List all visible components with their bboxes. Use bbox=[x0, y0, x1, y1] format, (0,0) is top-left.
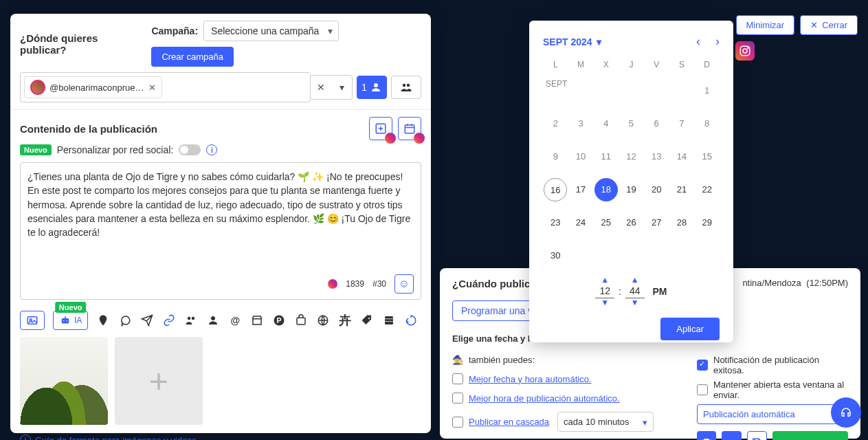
calendar-day[interactable]: 1 bbox=[695, 79, 719, 102]
create-campaign-button[interactable]: Crear campaña bbox=[151, 47, 234, 67]
package-icon[interactable] bbox=[294, 314, 308, 327]
calendar-day[interactable]: 16 bbox=[544, 178, 567, 201]
close-button[interactable]: ✕ Cerrar bbox=[800, 15, 858, 35]
prev-month-button[interactable]: ‹ bbox=[696, 34, 700, 49]
account-dropdown-button[interactable]: ▾ bbox=[331, 76, 352, 99]
calendar-day[interactable]: 5 bbox=[619, 112, 643, 135]
info-icon[interactable]: i bbox=[206, 144, 217, 155]
calendar-day[interactable]: 3 bbox=[569, 112, 592, 135]
calendar-day[interactable]: 24 bbox=[569, 211, 592, 234]
send-icon[interactable] bbox=[140, 314, 154, 327]
confirm-button[interactable] bbox=[722, 431, 741, 440]
location-icon[interactable] bbox=[96, 314, 110, 327]
calendar-day[interactable]: 29 bbox=[695, 211, 719, 234]
calendar-day[interactable]: 14 bbox=[670, 145, 693, 168]
ampm-toggle[interactable]: PM bbox=[653, 286, 667, 297]
save-draft-button[interactable] bbox=[747, 431, 767, 440]
next-month-button[interactable]: › bbox=[715, 34, 720, 49]
calendar-day[interactable]: 15 bbox=[695, 145, 719, 168]
mention-icon[interactable]: @ bbox=[228, 314, 242, 327]
calendar-day[interactable]: 9 bbox=[544, 145, 567, 168]
keep-open-checkbox[interactable] bbox=[697, 384, 708, 395]
calendar-day[interactable]: 19 bbox=[619, 178, 643, 201]
undo-icon[interactable] bbox=[404, 314, 418, 327]
emoji-picker-button[interactable]: ☺ bbox=[394, 274, 414, 294]
calendar-day[interactable]: 2 bbox=[544, 112, 567, 135]
notify-success-checkbox[interactable] bbox=[697, 360, 708, 371]
minute-down-button[interactable]: ▼ bbox=[631, 298, 639, 307]
calendar-day[interactable]: 25 bbox=[594, 211, 618, 234]
best-time-link[interactable]: Mejor hora de publicación automático. bbox=[469, 393, 620, 404]
compose-toolbar: Nuevo IA @ P 卉 bbox=[10, 307, 431, 334]
svg-text:P: P bbox=[277, 316, 282, 324]
account-chip[interactable]: @bolenarimaconprue… ✕ bbox=[24, 76, 162, 98]
check-icon bbox=[726, 437, 738, 440]
cascade-link[interactable]: Publicar en cascada bbox=[469, 417, 549, 427]
media-picker-button[interactable] bbox=[20, 311, 45, 330]
group-tool-icon[interactable] bbox=[184, 314, 198, 327]
cascade-checkbox[interactable] bbox=[452, 417, 463, 428]
calendar-day[interactable]: 11 bbox=[594, 145, 618, 168]
calendar-day[interactable]: 28 bbox=[670, 211, 693, 234]
calendar-day[interactable]: 4 bbox=[594, 112, 618, 135]
calendar-day[interactable]: 7 bbox=[670, 112, 693, 135]
calendar-day[interactable]: 13 bbox=[645, 145, 668, 168]
clear-accounts-button[interactable]: ✕ bbox=[311, 76, 331, 99]
headline-icon[interactable]: 卉 bbox=[338, 314, 352, 327]
hour-input[interactable]: 12 bbox=[595, 284, 614, 298]
format-guide-link[interactable]: i Guía de formato para imágenes y videos bbox=[10, 428, 431, 440]
ai-button[interactable]: Nuevo IA bbox=[53, 311, 88, 330]
account-count-button[interactable]: 1 bbox=[357, 76, 387, 99]
calendar-day[interactable]: 10 bbox=[569, 145, 592, 168]
calendar-day[interactable]: 23 bbox=[544, 211, 567, 234]
calendar-day[interactable]: 21 bbox=[670, 178, 693, 201]
cascade-interval-select[interactable]: cada 10 minutos bbox=[557, 412, 654, 432]
post-textarea[interactable]: ¿Tienes una planta de Ojo de Tigre y no … bbox=[20, 162, 421, 300]
calendar-day[interactable]: 8 bbox=[695, 112, 719, 135]
best-time-checkbox[interactable] bbox=[452, 393, 463, 404]
globe-icon[interactable] bbox=[316, 314, 330, 327]
program-button[interactable]: Programar bbox=[772, 431, 848, 440]
calendar-day[interactable]: 30 bbox=[544, 244, 567, 267]
best-datetime-link[interactable]: Mejor fecha y hora automático. bbox=[469, 374, 591, 384]
calendar-day[interactable]: 27 bbox=[645, 211, 668, 234]
calendar-day[interactable]: 22 bbox=[695, 178, 719, 201]
apply-date-button[interactable]: Aplicar bbox=[660, 318, 720, 340]
calendar-month-button[interactable]: SEPT 2024 ▾ bbox=[543, 36, 601, 47]
account-selector[interactable]: @bolenarimaconprue… ✕ bbox=[20, 72, 311, 102]
calendar-day[interactable]: 6 bbox=[645, 112, 668, 135]
calendar-day[interactable]: 18 bbox=[594, 178, 618, 201]
remove-account-icon[interactable]: ✕ bbox=[148, 82, 156, 93]
personalize-toggle[interactable] bbox=[179, 144, 201, 155]
delete-button[interactable] bbox=[697, 431, 716, 440]
svg-point-16 bbox=[63, 320, 65, 322]
tag-icon[interactable] bbox=[360, 314, 374, 327]
calendar-day[interactable]: 17 bbox=[569, 178, 592, 201]
minimize-button[interactable]: Minimizar bbox=[736, 15, 795, 35]
person-tool-icon[interactable] bbox=[206, 314, 220, 327]
template-icon[interactable] bbox=[382, 314, 396, 327]
add-media-button[interactable]: + bbox=[115, 337, 203, 425]
publish-mode-select[interactable]: Publicación automática bbox=[697, 404, 848, 424]
calendar-icon-button[interactable] bbox=[398, 117, 421, 140]
minute-up-button[interactable]: ▲ bbox=[631, 276, 639, 284]
minute-input[interactable]: 44 bbox=[625, 284, 645, 298]
store-icon[interactable] bbox=[250, 314, 264, 327]
pinterest-icon[interactable]: P bbox=[272, 314, 286, 327]
add-post-icon-button[interactable] bbox=[369, 117, 392, 140]
media-thumbnail[interactable] bbox=[20, 337, 108, 425]
hour-up-button[interactable]: ▲ bbox=[601, 276, 609, 284]
comment-icon[interactable] bbox=[118, 314, 132, 327]
instagram-network-tile[interactable] bbox=[735, 41, 755, 60]
best-datetime-checkbox[interactable] bbox=[452, 373, 463, 384]
calendar-day[interactable]: 12 bbox=[619, 145, 643, 168]
svg-point-19 bbox=[188, 317, 191, 320]
audience-group-button[interactable] bbox=[391, 76, 421, 99]
hour-down-button[interactable]: ▼ bbox=[601, 298, 609, 307]
calendar-day[interactable]: 26 bbox=[619, 211, 643, 234]
link-icon[interactable] bbox=[162, 314, 176, 327]
calendar-dow: M bbox=[568, 60, 594, 69]
support-chat-button[interactable] bbox=[831, 397, 861, 428]
campaign-select[interactable]: Seleccione una campaña bbox=[203, 21, 339, 41]
calendar-day[interactable]: 20 bbox=[645, 178, 668, 201]
